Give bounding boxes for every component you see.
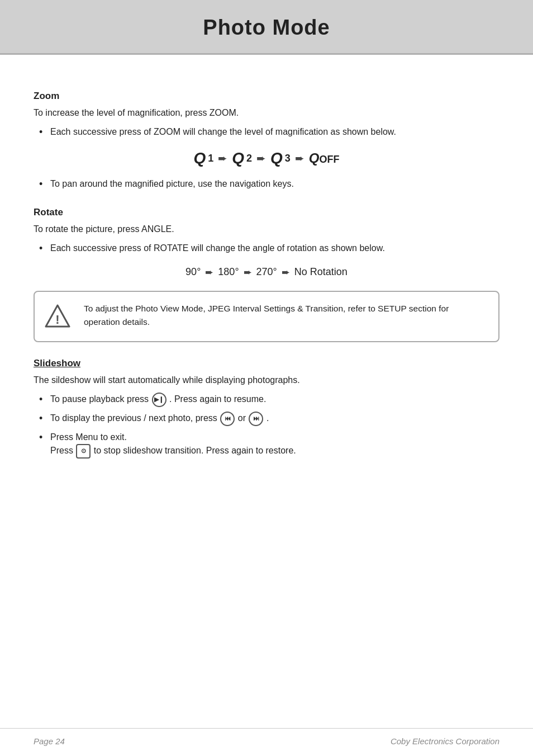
slideshow-bullet-1-text: To pause playback press ▶❙ . Press again… xyxy=(50,393,499,407)
main-content: Zoom To increase the level of magnificat… xyxy=(0,55,533,485)
warning-icon: ! xyxy=(45,303,70,329)
zoom-heading: Zoom xyxy=(34,91,499,102)
arrow-2: ➨ xyxy=(256,152,266,165)
warning-box: ! To adjust the Photo View Mode, JPEG In… xyxy=(34,291,499,342)
slideshow-bullet-3: • Press Menu to exit. Press ⊙ to stop sl… xyxy=(34,431,499,459)
page-header: Photo Mode xyxy=(0,0,533,55)
footer-brand-name: Coby Electronics Corporation xyxy=(391,736,499,746)
rotate-bullet-1-text: Each successive press of ROTATE will cha… xyxy=(50,242,499,255)
next-icon: ⏭ xyxy=(249,412,263,426)
rot-arrow-1: ➨ xyxy=(205,266,213,278)
warning-icon-wrap: ! xyxy=(45,303,75,331)
rot-arrow-3: ➨ xyxy=(282,266,290,278)
zoom-diagram: Q1 ➨ Q2 ➨ Q3 ➨ QOFF xyxy=(34,149,499,167)
rotate-para: To rotate the picture, press ANGLE. xyxy=(34,223,499,236)
slideshow-heading: Slideshow xyxy=(34,358,499,369)
slideshow-bullet-3-text: Press Menu to exit. Press ⊙ to stop slid… xyxy=(50,431,499,459)
slideshow-para: The sildeshow will start automatically w… xyxy=(34,374,499,387)
warning-text: To adjust the Photo View Mode, JPEG Inte… xyxy=(84,302,486,329)
zoom-section: Zoom To increase the level of magnificat… xyxy=(34,91,499,191)
arrow-3: ➨ xyxy=(295,152,304,165)
zoom-para: To increase the level of magnification, … xyxy=(34,106,499,120)
rotation-diagram: 90° ➨ 180° ➨ 270° ➨ No Rotation xyxy=(34,266,499,278)
bullet-dot-5: • xyxy=(34,412,50,426)
rotate-bullet-1: • Each successive press of ROTATE will c… xyxy=(34,242,499,256)
rot-arrow-2: ➨ xyxy=(244,266,252,278)
zoom-bullet-2: • To pan around the magnified picture, u… xyxy=(34,177,499,191)
slideshow-bullet-1: • To pause playback press ▶❙ . Press aga… xyxy=(34,393,499,407)
zoom-bullet-1-text: Each successive press of ZOOM will chang… xyxy=(50,125,499,139)
bullet-dot-1: • xyxy=(34,125,50,139)
bullet-dot-2: • xyxy=(34,177,50,191)
bullet-dot-3: • xyxy=(34,242,50,256)
zoom-bullet-1: • Each successive press of ZOOM will cha… xyxy=(34,125,499,139)
bullet-dot-4: • xyxy=(34,393,50,407)
slideshow-section: Slideshow The sildeshow will start autom… xyxy=(34,358,499,459)
zoom-bullet-2-text: To pan around the magnified picture, use… xyxy=(50,177,499,191)
page-footer: Page 24 Coby Electronics Corporation xyxy=(0,728,533,756)
svg-text:!: ! xyxy=(55,313,59,327)
footer-page-number: Page 24 xyxy=(34,736,65,746)
prev-icon: ⏮ xyxy=(220,412,235,426)
rotate-heading: Rotate xyxy=(34,207,499,218)
play-pause-icon: ▶❙ xyxy=(152,393,166,407)
slideshow-bullet-2: • To display the previous / next photo, … xyxy=(34,412,499,426)
rotate-section: Rotate To rotate the picture, press ANGL… xyxy=(34,207,499,278)
stop-icon: ⊙ xyxy=(76,444,91,459)
bullet-dot-6: • xyxy=(34,431,50,445)
slideshow-bullet-2-text: To display the previous / next photo, pr… xyxy=(50,412,499,426)
page-title: Photo Mode xyxy=(0,16,533,40)
arrow-1: ➨ xyxy=(218,152,227,165)
